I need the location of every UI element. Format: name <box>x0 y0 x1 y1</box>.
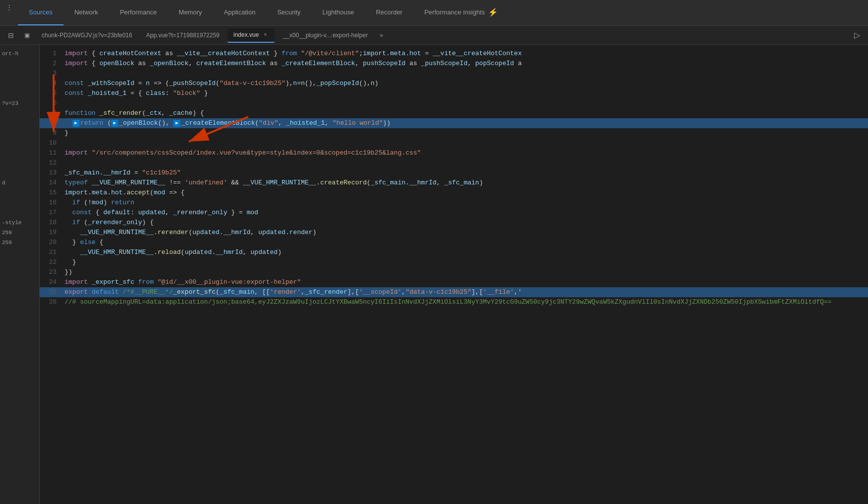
code-line-11: 11import "/src/components/cssScoped/inde… <box>40 148 868 158</box>
line-content-25: export default /*#__PURE__*/_export_sfc(… <box>65 287 868 297</box>
line-number-10: 10 <box>40 138 65 148</box>
line-number-25: 25 <box>40 287 65 297</box>
line-number-1: 1 <box>40 49 65 59</box>
tab-recorder[interactable]: Recorder <box>365 0 413 25</box>
tab-perf-insights[interactable]: Performance insights ⚡ <box>413 0 508 25</box>
line-content-11: import "/src/components/cssScoped/index.… <box>65 148 868 158</box>
line-number-23: 23 <box>40 267 65 277</box>
line-number-7: 7 <box>40 108 65 118</box>
sidebar-line: -style <box>2 218 37 228</box>
panel-icon: ⊟ <box>8 31 14 39</box>
line-number-13: 13 <box>40 168 65 178</box>
line-number-26: 26 <box>40 297 65 307</box>
line-number-17: 17 <box>40 208 65 218</box>
close-indexvue-button[interactable]: × <box>262 31 269 38</box>
line-content-20: } else { <box>65 238 868 248</box>
tab-application[interactable]: Application <box>213 0 267 25</box>
code-content: 1import { createHotContext as __vite__cr… <box>40 45 868 311</box>
debug-arrow-2: ▶ <box>111 120 118 127</box>
sidebar-line <box>2 148 37 158</box>
sidebar-icon: ▣ <box>24 32 30 39</box>
drawer-menu-button[interactable]: ⋮ <box>2 0 16 14</box>
sidebar-line: ort-h <box>2 49 37 59</box>
line-content-5: const _hoisted_1 = { class: "block" } <box>65 88 868 98</box>
code-line-5: 5const _hoisted_1 = { class: "block" } <box>40 88 868 98</box>
tab-lighthouse[interactable]: Lighthouse <box>311 0 365 25</box>
line-content-7: function _sfc_render(_ctx, _cache) { <box>65 108 868 118</box>
sidebar-line <box>2 168 37 178</box>
top-tab-bar: ⋮ Sources Network Performance Memory App… <box>0 0 868 26</box>
line-number-21: 21 <box>40 248 65 257</box>
line-number-12: 12 <box>40 158 65 168</box>
sidebar-line <box>2 188 37 198</box>
code-line-10: 10 <box>40 138 868 148</box>
tab-overflow-button[interactable]: » <box>376 32 387 39</box>
file-tab-indexvue[interactable]: index.vue × <box>227 28 275 43</box>
right-panel-toggle[interactable]: ▷ <box>850 28 864 42</box>
line-number-16: 16 <box>40 198 65 208</box>
file-tab-x00plugin[interactable]: __x00__plugin-v...:export-helper <box>277 28 373 43</box>
code-line-16: 16 if (!mod) return <box>40 198 868 208</box>
code-line-24: 24import _export_sfc from "@id/__x00__pl… <box>40 277 868 287</box>
tab-security-label: Security <box>277 8 300 16</box>
code-line-26: 26//# sourceMappingURL=data:application/… <box>40 297 868 307</box>
tab-network-label: Network <box>74 8 98 16</box>
file-tab-bar: ⊟ ▣ chunk-PD2AWGJV.js?v=23bfe016 App.vue… <box>0 26 868 45</box>
line-content-22: } <box>65 257 868 267</box>
line-number-14: 14 <box>40 178 65 188</box>
sidebar-line <box>2 59 37 69</box>
debug-arrow-1: ▶ <box>72 120 79 127</box>
tab-sources[interactable]: Sources <box>18 0 64 25</box>
sidebar-line <box>2 198 37 208</box>
tab-recorder-label: Recorder <box>376 8 402 16</box>
sidebar-line <box>2 79 37 88</box>
code-line-7: 7function _sfc_render(_ctx, _cache) { <box>40 108 868 118</box>
code-line-21: 21 __VUE_HMR_RUNTIME__.reload(updated.__… <box>40 248 868 257</box>
sidebar-partial: ort-h ?v=23 d -style 259 259 <box>0 45 40 504</box>
sidebar-line <box>2 158 37 168</box>
drawer-icon: ⋮ <box>6 3 12 11</box>
debug-arrow-3: ▶ <box>173 120 180 127</box>
code-line-20: 20 } else { <box>40 238 868 248</box>
tab-memory-label: Memory <box>179 8 202 16</box>
code-line-18: 18 if (_rerender_only) { <box>40 218 868 228</box>
line-number-22: 22 <box>40 257 65 267</box>
file-tab-chunk[interactable]: chunk-PD2AWGJV.js?v=23bfe016 <box>36 28 138 43</box>
code-line-9: 9} <box>40 128 868 138</box>
line-content-8: ▶return (▶_openBlock(), ▶_createElementB… <box>65 118 868 128</box>
panel-toggle-button[interactable]: ⊟ <box>4 28 18 42</box>
line-number-9: 9 <box>40 128 65 138</box>
code-line-23: 23}) <box>40 267 868 277</box>
sidebar-line <box>2 118 37 128</box>
right-panel-icon: ▷ <box>854 30 860 40</box>
line-content-9: } <box>65 128 868 138</box>
line-number-18: 18 <box>40 218 65 228</box>
line-content-17: const { default: updated, _rerender_only… <box>65 208 868 218</box>
tab-performance[interactable]: Performance <box>109 0 167 25</box>
tab-memory[interactable]: Memory <box>168 0 213 25</box>
sidebar-toggle-button[interactable]: ▣ <box>20 28 34 42</box>
file-tab-appvue[interactable]: App.vue?t=1719881972259 <box>140 28 225 43</box>
tab-network[interactable]: Network <box>64 0 109 25</box>
code-line-1: 1import { createHotContext as __vite__cr… <box>40 49 868 59</box>
code-line-19: 19 __VUE_HMR_RUNTIME__.rerender(updated.… <box>40 228 868 238</box>
code-line-6: 6 <box>40 98 868 108</box>
code-line-8: 8 ▶return (▶_openBlock(), ▶_createElemen… <box>40 118 868 128</box>
sidebar-line: 259 <box>2 238 37 248</box>
tab-security[interactable]: Security <box>266 0 311 25</box>
code-line-13: 13_sfc_main.__hmrId = "c1c19b25" <box>40 168 868 178</box>
file-tab-appvue-label: App.vue?t=1719881972259 <box>146 32 219 39</box>
tab-sources-label: Sources <box>29 8 53 16</box>
file-tab-chunk-label: chunk-PD2AWGJV.js?v=23bfe016 <box>42 32 132 39</box>
line-number-11: 11 <box>40 148 65 158</box>
line-number-6: 6 <box>40 98 65 108</box>
line-content-16: if (!mod) return <box>65 198 868 208</box>
code-editor[interactable]: 1import { createHotContext as __vite__cr… <box>40 45 868 504</box>
code-line-12: 12 <box>40 158 868 168</box>
sidebar-line <box>2 138 37 148</box>
line-content-18: if (_rerender_only) { <box>65 218 868 228</box>
line-content-23: }) <box>65 267 868 277</box>
code-line-17: 17 const { default: updated, _rerender_o… <box>40 208 868 218</box>
code-line-15: 15import.meta.hot.accept(mod => { <box>40 188 868 198</box>
line-number-8: 8 <box>40 118 65 128</box>
